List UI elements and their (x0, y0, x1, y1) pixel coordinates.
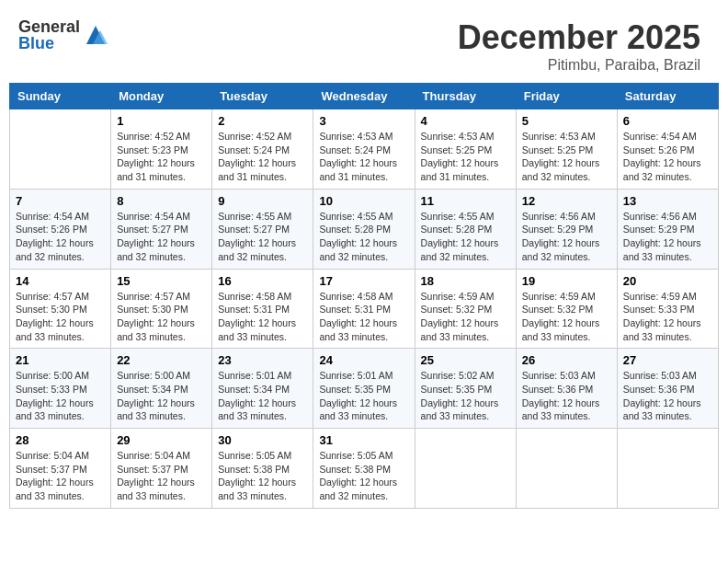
day-info: Sunrise: 5:03 AM Sunset: 5:36 PM Dayligh… (623, 369, 712, 423)
day-number: 6 (623, 114, 712, 128)
day-info: Sunrise: 4:53 AM Sunset: 5:24 PM Dayligh… (319, 130, 408, 184)
calendar-header-row: SundayMondayTuesdayWednesdayThursdayFrid… (10, 84, 719, 109)
logo-icon (82, 21, 109, 49)
day-number: 9 (218, 194, 307, 208)
day-info: Sunrise: 5:00 AM Sunset: 5:33 PM Dayligh… (16, 369, 105, 423)
day-number: 31 (319, 433, 408, 447)
logo-blue-text: Blue (18, 35, 80, 52)
day-number: 27 (623, 353, 712, 367)
calendar-cell: 18Sunrise: 4:59 AM Sunset: 5:32 PM Dayli… (415, 269, 516, 349)
calendar-cell: 20Sunrise: 4:59 AM Sunset: 5:33 PM Dayli… (617, 269, 718, 349)
calendar-week-row: 1Sunrise: 4:52 AM Sunset: 5:23 PM Daylig… (10, 109, 719, 190)
day-info: Sunrise: 4:52 AM Sunset: 5:23 PM Dayligh… (117, 130, 206, 184)
calendar-cell: 12Sunrise: 4:56 AM Sunset: 5:29 PM Dayli… (516, 189, 617, 269)
day-number: 25 (421, 353, 510, 367)
calendar-cell: 25Sunrise: 5:02 AM Sunset: 5:35 PM Dayli… (415, 349, 516, 429)
calendar-cell: 24Sunrise: 5:01 AM Sunset: 5:35 PM Dayli… (313, 349, 415, 429)
day-info: Sunrise: 5:03 AM Sunset: 5:36 PM Dayligh… (522, 369, 611, 423)
calendar-cell: 5Sunrise: 4:53 AM Sunset: 5:25 PM Daylig… (516, 109, 617, 190)
day-of-week-header: Saturday (617, 84, 718, 109)
day-of-week-header: Thursday (415, 84, 516, 109)
day-info: Sunrise: 4:54 AM Sunset: 5:26 PM Dayligh… (623, 130, 712, 184)
day-info: Sunrise: 4:55 AM Sunset: 5:28 PM Dayligh… (421, 210, 510, 264)
day-info: Sunrise: 5:02 AM Sunset: 5:35 PM Dayligh… (421, 369, 510, 423)
calendar-cell: 10Sunrise: 4:55 AM Sunset: 5:28 PM Dayli… (313, 189, 415, 269)
day-number: 8 (117, 194, 206, 208)
day-info: Sunrise: 4:57 AM Sunset: 5:30 PM Dayligh… (16, 290, 105, 344)
day-info: Sunrise: 5:05 AM Sunset: 5:38 PM Dayligh… (218, 449, 307, 503)
day-number: 23 (218, 353, 307, 367)
calendar-cell: 29Sunrise: 5:04 AM Sunset: 5:37 PM Dayli… (111, 429, 212, 509)
day-info: Sunrise: 4:55 AM Sunset: 5:28 PM Dayligh… (319, 210, 408, 264)
location-text: Pitimbu, Paraiba, Brazil (458, 57, 700, 74)
day-number: 5 (522, 114, 611, 128)
day-of-week-header: Wednesday (313, 84, 415, 109)
calendar-week-row: 28Sunrise: 5:04 AM Sunset: 5:37 PM Dayli… (10, 429, 719, 509)
day-number: 10 (319, 194, 408, 208)
calendar-cell: 23Sunrise: 5:01 AM Sunset: 5:34 PM Dayli… (212, 349, 313, 429)
day-info: Sunrise: 4:56 AM Sunset: 5:29 PM Dayligh… (623, 210, 712, 264)
calendar-cell: 27Sunrise: 5:03 AM Sunset: 5:36 PM Dayli… (617, 349, 718, 429)
day-number: 19 (522, 274, 611, 288)
day-number: 1 (117, 114, 206, 128)
day-number: 20 (623, 274, 712, 288)
day-info: Sunrise: 5:01 AM Sunset: 5:34 PM Dayligh… (218, 369, 307, 423)
day-number: 13 (623, 194, 712, 208)
logo-general-text: General (18, 18, 80, 35)
calendar-cell: 28Sunrise: 5:04 AM Sunset: 5:37 PM Dayli… (10, 429, 111, 509)
calendar-cell (617, 429, 718, 509)
day-number: 18 (421, 274, 510, 288)
day-info: Sunrise: 5:04 AM Sunset: 5:37 PM Dayligh… (117, 449, 206, 503)
calendar-cell: 4Sunrise: 4:53 AM Sunset: 5:25 PM Daylig… (415, 109, 516, 190)
day-info: Sunrise: 5:01 AM Sunset: 5:35 PM Dayligh… (319, 369, 408, 423)
day-number: 4 (421, 114, 510, 128)
calendar-cell: 8Sunrise: 4:54 AM Sunset: 5:27 PM Daylig… (111, 189, 212, 269)
day-number: 12 (522, 194, 611, 208)
day-info: Sunrise: 4:55 AM Sunset: 5:27 PM Dayligh… (218, 210, 307, 264)
day-number: 30 (218, 433, 307, 447)
day-of-week-header: Friday (516, 84, 617, 109)
day-info: Sunrise: 4:58 AM Sunset: 5:31 PM Dayligh… (218, 290, 307, 344)
month-title: December 2025 (458, 18, 700, 57)
day-of-week-header: Tuesday (212, 84, 313, 109)
calendar-cell: 1Sunrise: 4:52 AM Sunset: 5:23 PM Daylig… (111, 109, 212, 190)
calendar-cell (415, 429, 516, 509)
day-of-week-header: Sunday (10, 84, 111, 109)
day-info: Sunrise: 4:53 AM Sunset: 5:25 PM Dayligh… (522, 130, 611, 184)
calendar-week-row: 7Sunrise: 4:54 AM Sunset: 5:26 PM Daylig… (10, 189, 719, 269)
day-info: Sunrise: 4:59 AM Sunset: 5:32 PM Dayligh… (522, 290, 611, 344)
day-number: 24 (319, 353, 408, 367)
day-info: Sunrise: 5:00 AM Sunset: 5:34 PM Dayligh… (117, 369, 206, 423)
day-number: 29 (117, 433, 206, 447)
calendar-cell: 21Sunrise: 5:00 AM Sunset: 5:33 PM Dayli… (10, 349, 111, 429)
day-info: Sunrise: 4:54 AM Sunset: 5:27 PM Dayligh… (117, 210, 206, 264)
day-info: Sunrise: 4:59 AM Sunset: 5:33 PM Dayligh… (623, 290, 712, 344)
title-block: December 2025 Pitimbu, Paraiba, Brazil (458, 18, 700, 74)
day-info: Sunrise: 4:52 AM Sunset: 5:24 PM Dayligh… (218, 130, 307, 184)
day-number: 11 (421, 194, 510, 208)
day-info: Sunrise: 5:05 AM Sunset: 5:38 PM Dayligh… (319, 449, 408, 503)
logo-text: General Blue (18, 18, 80, 52)
day-number: 17 (319, 274, 408, 288)
calendar-cell: 15Sunrise: 4:57 AM Sunset: 5:30 PM Dayli… (111, 269, 212, 349)
day-info: Sunrise: 4:53 AM Sunset: 5:25 PM Dayligh… (421, 130, 510, 184)
day-number: 15 (117, 274, 206, 288)
calendar-cell: 19Sunrise: 4:59 AM Sunset: 5:32 PM Dayli… (516, 269, 617, 349)
calendar-cell: 7Sunrise: 4:54 AM Sunset: 5:26 PM Daylig… (10, 189, 111, 269)
calendar-cell: 14Sunrise: 4:57 AM Sunset: 5:30 PM Dayli… (10, 269, 111, 349)
day-number: 16 (218, 274, 307, 288)
calendar-cell: 3Sunrise: 4:53 AM Sunset: 5:24 PM Daylig… (313, 109, 415, 190)
day-info: Sunrise: 4:58 AM Sunset: 5:31 PM Dayligh… (319, 290, 408, 344)
calendar-cell: 17Sunrise: 4:58 AM Sunset: 5:31 PM Dayli… (313, 269, 415, 349)
day-number: 3 (319, 114, 408, 128)
calendar-table: SundayMondayTuesdayWednesdayThursdayFrid… (9, 83, 719, 509)
day-info: Sunrise: 4:56 AM Sunset: 5:29 PM Dayligh… (522, 210, 611, 264)
day-info: Sunrise: 5:04 AM Sunset: 5:37 PM Dayligh… (16, 449, 105, 503)
calendar-cell: 6Sunrise: 4:54 AM Sunset: 5:26 PM Daylig… (617, 109, 718, 190)
day-info: Sunrise: 4:59 AM Sunset: 5:32 PM Dayligh… (421, 290, 510, 344)
day-number: 7 (16, 194, 105, 208)
day-number: 26 (522, 353, 611, 367)
day-number: 14 (16, 274, 105, 288)
calendar-cell: 11Sunrise: 4:55 AM Sunset: 5:28 PM Dayli… (415, 189, 516, 269)
calendar-cell: 2Sunrise: 4:52 AM Sunset: 5:24 PM Daylig… (212, 109, 313, 190)
